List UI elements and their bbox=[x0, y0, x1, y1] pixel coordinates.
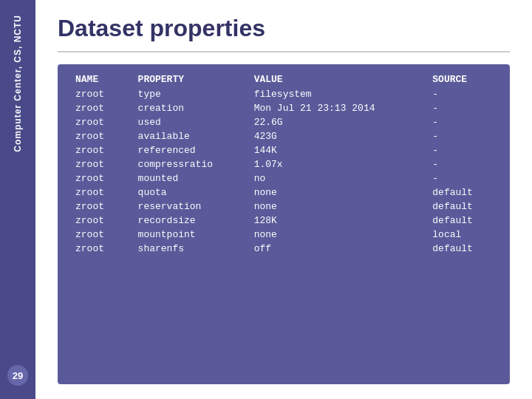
table-row: zrootreferenced144K- bbox=[69, 143, 498, 157]
cell-name-8: zroot bbox=[69, 200, 132, 214]
cell-source-7: default bbox=[426, 185, 498, 200]
cell-name-3: zroot bbox=[69, 129, 132, 143]
cell-property-7: quota bbox=[132, 185, 248, 200]
cell-source-9: default bbox=[426, 214, 498, 228]
cell-value-4: 144K bbox=[248, 143, 427, 157]
cell-property-9: recordsize bbox=[132, 214, 248, 228]
cell-property-8: reservation bbox=[132, 200, 248, 214]
page-number-badge: 29 bbox=[7, 365, 28, 386]
cell-property-2: used bbox=[132, 115, 248, 129]
cell-source-11: default bbox=[426, 242, 498, 256]
sidebar-title: Computer Center, CS, NCTU bbox=[13, 7, 23, 160]
main-content: Dataset properties NAME PROPERTY VALUE S… bbox=[35, 0, 532, 399]
table-row: zrootcompressratio1.07x- bbox=[69, 157, 498, 171]
cell-value-6: no bbox=[248, 171, 427, 185]
table-row: zrootquotanonedefault bbox=[69, 185, 498, 200]
cell-name-0: zroot bbox=[69, 87, 132, 101]
cell-value-8: none bbox=[248, 200, 427, 214]
cell-property-0: type bbox=[132, 87, 248, 101]
cell-source-8: default bbox=[426, 200, 498, 214]
table-header-row: NAME PROPERTY VALUE SOURCE bbox=[69, 72, 498, 87]
cell-property-10: mountpoint bbox=[132, 228, 248, 242]
cell-value-1: Mon Jul 21 23:13 2014 bbox=[248, 101, 427, 115]
cell-property-1: creation bbox=[132, 101, 248, 115]
cell-value-11: off bbox=[248, 242, 427, 256]
table-row: zrootsharenfsoffdefault bbox=[69, 242, 498, 256]
cell-value-0: filesystem bbox=[248, 87, 427, 101]
cell-value-10: none bbox=[248, 228, 427, 242]
cell-property-11: sharenfs bbox=[132, 242, 248, 256]
header-name: NAME bbox=[69, 72, 132, 87]
cell-property-3: available bbox=[132, 129, 248, 143]
table-row: zrootreservationnonedefault bbox=[69, 200, 498, 214]
cell-name-7: zroot bbox=[69, 185, 132, 200]
cell-name-1: zroot bbox=[69, 101, 132, 115]
cell-value-7: none bbox=[248, 185, 427, 200]
cell-name-11: zroot bbox=[69, 242, 132, 256]
cell-value-5: 1.07x bbox=[248, 157, 427, 171]
cell-name-9: zroot bbox=[69, 214, 132, 228]
header-source: SOURCE bbox=[426, 72, 498, 87]
cell-source-5: - bbox=[426, 157, 498, 171]
cell-source-4: - bbox=[426, 143, 498, 157]
cell-property-5: compressratio bbox=[132, 157, 248, 171]
cell-value-3: 423G bbox=[248, 129, 427, 143]
cell-name-6: zroot bbox=[69, 171, 132, 185]
table-row: zrootmountpointnonelocal bbox=[69, 228, 498, 242]
cell-source-10: local bbox=[426, 228, 498, 242]
sidebar: Computer Center, CS, NCTU 29 bbox=[0, 0, 35, 399]
table-row: zroottypefilesystem- bbox=[69, 87, 498, 101]
table-container: NAME PROPERTY VALUE SOURCE zroottypefile… bbox=[58, 64, 510, 384]
header-property: PROPERTY bbox=[132, 72, 248, 87]
cell-property-6: mounted bbox=[132, 171, 248, 185]
cell-name-2: zroot bbox=[69, 115, 132, 129]
cell-source-0: - bbox=[426, 87, 498, 101]
cell-value-9: 128K bbox=[248, 214, 427, 228]
cell-source-1: - bbox=[426, 101, 498, 115]
table-row: zrootcreationMon Jul 21 23:13 2014- bbox=[69, 101, 498, 115]
cell-source-3: - bbox=[426, 129, 498, 143]
cell-name-4: zroot bbox=[69, 143, 132, 157]
dataset-properties-table: NAME PROPERTY VALUE SOURCE zroottypefile… bbox=[69, 72, 498, 256]
cell-value-2: 22.6G bbox=[248, 115, 427, 129]
table-row: zrootused22.6G- bbox=[69, 115, 498, 129]
header-value: VALUE bbox=[248, 72, 427, 87]
cell-name-10: zroot bbox=[69, 228, 132, 242]
cell-name-5: zroot bbox=[69, 157, 132, 171]
table-row: zrootavailable423G- bbox=[69, 129, 498, 143]
table-row: zrootmountedno- bbox=[69, 171, 498, 185]
cell-property-4: referenced bbox=[132, 143, 248, 157]
cell-source-6: - bbox=[426, 171, 498, 185]
divider bbox=[58, 51, 510, 52]
table-row: zrootrecordsize128Kdefault bbox=[69, 214, 498, 228]
page-title: Dataset properties bbox=[58, 15, 510, 42]
cell-source-2: - bbox=[426, 115, 498, 129]
